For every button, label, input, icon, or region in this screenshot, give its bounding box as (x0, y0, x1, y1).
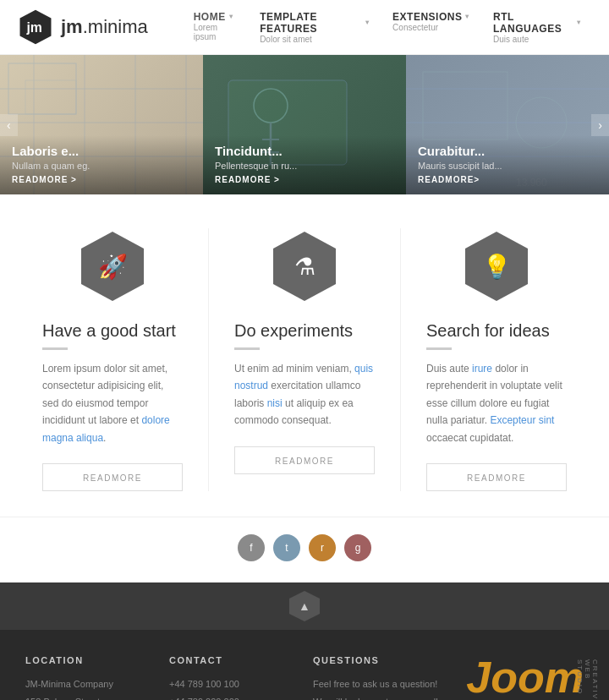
feature-ideas-title: Search for ideas (426, 321, 567, 341)
feature-experiments-divider (234, 347, 260, 350)
feature-ideas: 💡 Search for ideas Duis aute irure dolor… (401, 228, 592, 491)
footer-questions: QUESTIONS Feel free to ask us a question… (313, 655, 457, 700)
nav-template-features[interactable]: TEMPLATE FEATURES ▾ Dolor sit amet (248, 11, 381, 44)
hero-slide-1: 25.1 5.3 Laboris e... Nullam a quam eg. … (0, 55, 203, 194)
svg-rect-10 (25, 80, 76, 114)
footer-location: LOCATION JM-Minima Company 153 Bakery St… (25, 655, 169, 700)
twitter-social-button[interactable]: t (273, 534, 300, 561)
feature-experiments-text: Ut enim ad minim veniam, quis nostrud ex… (234, 360, 375, 429)
slide3-overlay: Curabitur... Mauris suscipit lad... READ… (406, 135, 609, 194)
logo-hex-icon: jm (17, 8, 54, 46)
social-bar: f t r g (0, 517, 609, 582)
footer-phone1: +44 789 100 100 (169, 675, 296, 693)
svg-text:jm: jm (25, 20, 41, 35)
feature-ideas-readmore[interactable]: READMORE (467, 473, 526, 483)
footer-questions-heading: QUESTIONS (313, 655, 440, 665)
feature-start-readmore[interactable]: READMORE (83, 473, 142, 483)
back-to-top-button[interactable]: ▲ (289, 591, 320, 621)
bulb-hex-icon: 💡 (458, 228, 535, 304)
footer-address1: 153 Bakery Street (25, 693, 152, 700)
flask-icon: ⚗ (294, 253, 315, 281)
rocket-icon: 🚀 (98, 253, 128, 281)
footer-q-line2: We will be happy to answer all of them. (313, 693, 440, 700)
bulb-icon: 💡 (482, 253, 512, 281)
rocket-hex-icon: 🚀 (74, 228, 151, 304)
footer-company: JM-Minima Company (25, 675, 152, 693)
feature-start-icon-wrap: 🚀 (42, 228, 183, 304)
hero-next-button[interactable]: › (591, 114, 609, 136)
feature-ideas-readmore-wrap: READMORE (426, 463, 567, 491)
footer-phone2: +44 789 200 200 (169, 693, 296, 700)
feature-experiments-readmore[interactable]: READMORE (275, 457, 334, 466)
feature-ideas-text: Duis aute irure dolor in reprehenderit i… (426, 360, 567, 446)
slide2-overlay: Tincidunt... Pellentesque in ru... READM… (203, 135, 406, 194)
feature-experiments-title: Do experiments (234, 321, 375, 341)
facebook-social-button[interactable]: f (238, 534, 265, 561)
nav-extensions[interactable]: EXTENSIONS ▾ Consectetur (381, 11, 481, 44)
home-arrow-icon: ▾ (229, 13, 233, 20)
footer-logo-area: Joom CREATIVE WEB STUDIO (457, 655, 584, 700)
googleplus-social-button[interactable]: g (344, 534, 371, 561)
feature-start-divider (42, 347, 68, 350)
footer: LOCATION JM-Minima Company 153 Bakery St… (0, 630, 609, 700)
nav-home[interactable]: HOME ▾ Lorem ipsum (182, 11, 248, 44)
rss-social-button[interactable]: r (309, 534, 336, 561)
slide1-overlay: Laboris e... Nullam a quam eg. READMORE … (0, 135, 203, 194)
feature-experiments: ⚗ Do experiments Ut enim ad minim veniam… (209, 228, 401, 491)
flask-hex-icon: ⚗ (266, 228, 343, 304)
feature-ideas-icon-wrap: 💡 (426, 228, 567, 304)
feature-start-readmore-wrap: READMORE (42, 463, 183, 491)
footer-q-line1: Feel free to ask us a question! (313, 675, 440, 693)
hero-prev-button[interactable]: ‹ (0, 114, 18, 136)
logo-text: jm.minima (61, 16, 148, 38)
footer-joomla-logo: Joom CREATIVE WEB STUDIO (466, 655, 584, 699)
nav-rtl-languages[interactable]: RTL LANGUAGES ▾ Duis aute (481, 11, 592, 44)
svg-rect-19 (423, 72, 508, 139)
footer-columns: LOCATION JM-Minima Company 153 Bakery St… (25, 655, 584, 700)
feature-experiments-icon-wrap: ⚗ (234, 228, 375, 304)
rtl-arrow-icon: ▾ (577, 19, 581, 26)
template-arrow-icon: ▾ (365, 19, 370, 26)
hero-slide-3: 13.960 Curabitur... Mauris suscipit lad.… (406, 55, 609, 194)
joomla-logo-text: Joom (466, 655, 584, 699)
footer-contact: CONTACT +44 789 100 100 +44 789 200 200 … (169, 655, 313, 700)
extensions-arrow-icon: ▾ (465, 13, 469, 20)
features-section: 🚀 Have a good start Lorem ipsum dolor si… (0, 194, 609, 517)
footer-location-heading: LOCATION (25, 655, 152, 665)
feature-start-title: Have a good start (42, 321, 183, 341)
back-to-top-bar: ▲ (0, 582, 609, 630)
creative-studio-label: CREATIVE WEB STUDIO (576, 659, 599, 700)
feature-start-text: Lorem ipsum dolor sit amet, consectetur … (42, 360, 183, 446)
logo[interactable]: jm jm.minima (17, 8, 148, 46)
feature-ideas-divider (426, 347, 452, 350)
feature-start: 🚀 Have a good start Lorem ipsum dolor si… (17, 228, 209, 491)
header: jm jm.minima HOME ▾ Lorem ipsum TEMPLATE… (0, 0, 609, 55)
svg-point-12 (254, 89, 288, 123)
hero-slider: ‹ 25.1 5.3 Laboris e... Nullam a quam (0, 55, 609, 194)
footer-contact-heading: CONTACT (169, 655, 296, 665)
feature-experiments-readmore-wrap: READMORE (234, 446, 375, 474)
feature-start-link[interactable]: dolore magna aliqua (42, 414, 170, 443)
main-nav: HOME ▾ Lorem ipsum TEMPLATE FEATURES ▾ D… (182, 11, 592, 44)
hero-slide-2: Tincidunt... Pellentesque in ru... READM… (203, 55, 406, 194)
